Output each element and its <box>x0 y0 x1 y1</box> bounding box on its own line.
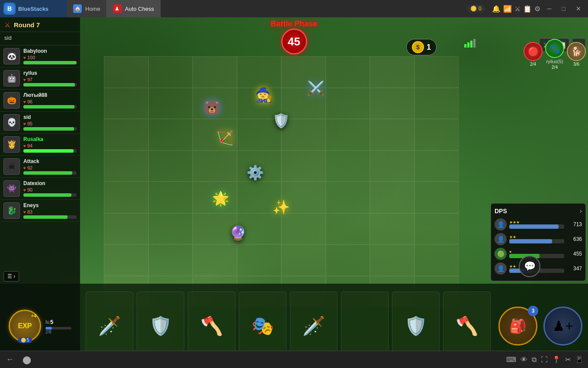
board-cell[interactable] <box>326 244 370 276</box>
board-cell[interactable] <box>370 182 414 213</box>
board-cell[interactable] <box>148 56 193 88</box>
board-piece-8[interactable]: ✨ <box>273 199 290 215</box>
board-cell[interactable] <box>104 213 148 245</box>
board-cell[interactable] <box>148 88 193 119</box>
player-item-attack[interactable]: ☠ Attack ♥92 <box>0 156 80 178</box>
player-item-sid[interactable]: 💀 sid ♥95 <box>0 112 80 134</box>
board-cell[interactable] <box>104 150 148 182</box>
display-icon[interactable]: ⧉ <box>532 356 537 364</box>
board-cell[interactable] <box>281 213 326 245</box>
board-cell[interactable] <box>281 244 326 276</box>
signal-icon[interactable]: 📶 <box>503 5 512 13</box>
board-piece-1[interactable]: 🐻 <box>203 99 221 116</box>
performance-icon[interactable]: ⚔ <box>514 5 521 13</box>
board-cell[interactable] <box>326 150 370 182</box>
exp-button[interactable]: +4 EXP 🪙 5 <box>9 310 41 342</box>
settings-icon[interactable]: 📋 <box>523 5 532 13</box>
mobile-icon[interactable]: 📱 <box>575 355 584 364</box>
player-item-babyloon[interactable]: 🐼 Babyloon ♥100 <box>0 45 80 67</box>
board-cell[interactable] <box>370 88 414 119</box>
piece-slot-2[interactable]: 🛡️ <box>137 291 184 361</box>
piece-slot-6[interactable] <box>341 291 389 361</box>
board-piece-3[interactable]: ⚔️ <box>307 80 325 96</box>
board-cell[interactable] <box>370 56 414 88</box>
board-cell[interactable] <box>104 119 148 150</box>
piece-slot-1[interactable]: 🗡️ <box>86 291 133 361</box>
board-cell[interactable] <box>414 56 459 88</box>
back-button[interactable]: ← <box>4 353 16 366</box>
board-cell[interactable] <box>370 119 414 150</box>
board-cell[interactable] <box>326 88 370 119</box>
board-cell[interactable] <box>193 56 237 88</box>
piece-slot-4[interactable]: 🎭 <box>239 291 286 361</box>
board-cell[interactable] <box>148 182 193 213</box>
board-cell[interactable] <box>414 244 459 276</box>
board-cell[interactable] <box>414 119 459 150</box>
player-item-rusalka[interactable]: 👸 Rusalka ♥94 <box>0 134 80 156</box>
board-piece-9[interactable]: 🔮 <box>229 225 247 241</box>
maximize-button[interactable]: □ <box>559 3 569 14</box>
board-cell[interactable] <box>193 150 237 182</box>
eye-icon[interactable]: 👁 <box>521 356 527 364</box>
notification-icon[interactable]: 🔔 <box>492 5 501 13</box>
scissors-icon[interactable]: ✂ <box>565 355 571 364</box>
board-piece-6[interactable]: ⚙️ <box>247 164 264 181</box>
board-cell[interactable] <box>104 182 148 213</box>
location-icon[interactable]: 📍 <box>552 355 561 364</box>
piece-slot-5[interactable]: 🗡️ <box>290 291 337 361</box>
bag-button[interactable]: 🎒 3 <box>498 307 537 346</box>
keyboard-icon[interactable]: ⌨ <box>506 355 516 364</box>
expand-panel-button[interactable]: ☰ › <box>3 271 19 282</box>
board-cell[interactable] <box>148 244 193 276</box>
board-cell[interactable] <box>104 56 148 88</box>
board-cell[interactable] <box>414 182 459 213</box>
player-item-ryilus[interactable]: 🤖 ryilus ♥97 <box>0 67 80 90</box>
board-cell[interactable] <box>237 244 282 276</box>
tab-auto-chess[interactable]: ♟ Auto Chess <box>107 0 161 17</box>
piece-icon-7: 🛡️ <box>405 315 427 336</box>
chessboard[interactable]: // Generate board cells for(let i=0;i<64… <box>87 43 476 320</box>
chat-bubble-button[interactable]: 💬 <box>519 256 540 277</box>
tab-home[interactable]: 🏠 Home <box>67 0 107 17</box>
minimize-button[interactable]: ─ <box>544 3 555 14</box>
dps-expand-arrow[interactable]: › <box>580 207 582 215</box>
board-cell[interactable] <box>326 56 370 88</box>
synergy-icon-tan[interactable]: 🐕 <box>567 42 586 61</box>
coin-display[interactable]: 🪙 0 <box>467 5 485 13</box>
board-cell[interactable] <box>237 56 282 88</box>
dps-bar-wrap-1: ★★★ <box>509 220 564 229</box>
add-piece-button[interactable]: ♟+ <box>543 307 582 346</box>
board-cell[interactable] <box>326 213 370 245</box>
board-cell[interactable] <box>414 213 459 245</box>
fullscreen-icon[interactable]: ⛶ <box>541 356 548 364</box>
board-piece-2[interactable]: 🧙 <box>255 86 273 103</box>
home-button[interactable]: ⬤ <box>21 353 33 366</box>
board-cell[interactable] <box>326 119 370 150</box>
player-item-datexion[interactable]: 👾 Datexion ♥90 <box>0 178 80 200</box>
board-cell[interactable] <box>148 119 193 150</box>
board-cell[interactable] <box>148 213 193 245</box>
board-piece-4[interactable]: 🛡️ <box>273 112 290 129</box>
board-cell[interactable] <box>370 244 414 276</box>
board-cell[interactable] <box>104 88 148 119</box>
player-item-lyuty88[interactable]: 🎃 Лютый88 ♥96 <box>0 90 80 112</box>
synergy-icon-red[interactable]: 🔴 <box>524 42 543 61</box>
player-item-eneys[interactable]: 🐉 Eneys ♥83 <box>0 200 80 222</box>
gear-icon[interactable]: ⚙ <box>534 5 540 13</box>
piece-slot-7[interactable]: 🛡️ <box>392 291 440 361</box>
board-cell[interactable] <box>148 150 193 182</box>
board-cell[interactable] <box>414 150 459 182</box>
piece-slot-8[interactable]: 🪓 <box>443 291 491 361</box>
board-cell[interactable] <box>370 213 414 245</box>
piece-slot-3[interactable]: 🪓 <box>188 291 235 361</box>
board-cell[interactable] <box>193 244 237 276</box>
board-cell[interactable] <box>104 244 148 276</box>
synergy-icon-green[interactable]: 🐾 <box>545 39 564 58</box>
board-piece-5[interactable]: 🏹 <box>216 130 234 146</box>
board-cell[interactable] <box>326 182 370 213</box>
close-button[interactable]: ✕ <box>572 3 585 14</box>
board-cell[interactable] <box>281 150 326 182</box>
board-piece-7[interactable]: 🌟 <box>212 190 229 207</box>
board-cell[interactable] <box>414 88 459 119</box>
board-cell[interactable] <box>370 150 414 182</box>
